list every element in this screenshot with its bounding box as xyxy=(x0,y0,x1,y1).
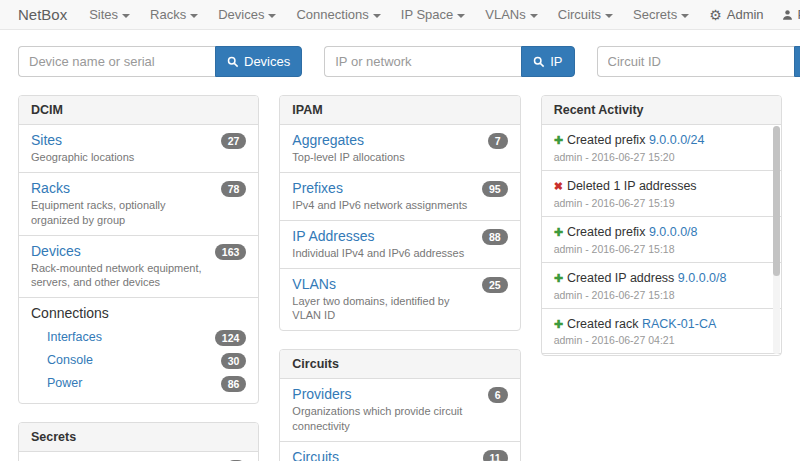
panel-title: IPAM xyxy=(280,96,519,125)
count-badge: 78 xyxy=(221,181,247,197)
plus-icon: ✚ xyxy=(554,226,563,238)
search-row: Devices IP Circuits xyxy=(0,30,800,89)
count-badge: 7 xyxy=(488,133,508,149)
count-badge: 88 xyxy=(482,229,508,245)
panel-title: Secrets xyxy=(19,423,258,452)
device-search-button[interactable]: Devices xyxy=(215,46,302,77)
activity-meta: admin - 2016-06-27 15:18 xyxy=(554,243,761,255)
search-icon xyxy=(533,56,545,68)
nav-racks[interactable]: Racks xyxy=(150,7,198,22)
chevron-down-icon xyxy=(373,14,381,18)
circuit-search-group: Circuits xyxy=(597,46,800,77)
ip-search-button[interactable]: IP xyxy=(521,46,574,77)
activity-item: ✚Created prefix 9.0.0.0/24 admin - 2016-… xyxy=(542,125,781,170)
console-link[interactable]: Console xyxy=(47,353,93,367)
dcim-panel: DCIM 27 Sites Geographic locations 78 Ra… xyxy=(18,95,259,404)
gear-icon: ⚙ xyxy=(709,8,722,22)
count-badge: 124 xyxy=(215,330,247,346)
activity-object-link[interactable]: RACK-01-CA xyxy=(642,317,716,331)
racks-link[interactable]: Racks xyxy=(31,180,70,196)
interfaces-link[interactable]: Interfaces xyxy=(47,330,102,344)
nav-racks-label: Racks xyxy=(150,7,186,22)
item-description: Rack-mounted network equipment, servers,… xyxy=(31,261,246,291)
providers-link[interactable]: Providers xyxy=(292,386,351,402)
vlans-link[interactable]: VLANs xyxy=(292,276,336,292)
activity-item: ✚Created prefix 9.0.0.0/8 admin - 2016-0… xyxy=(542,216,781,262)
activity-item: ✚Created rack group Hawaii - CAGE-DH1-01… xyxy=(542,353,781,355)
count-badge: 25 xyxy=(482,277,508,293)
activity-action: Deleted 1 IP addresses xyxy=(567,179,697,193)
list-item: 11 Circuits Communication links for Inte… xyxy=(280,441,519,461)
panel-title: DCIM xyxy=(19,96,258,125)
admin-link[interactable]: ⚙Admin xyxy=(709,7,763,22)
item-description: Top-level IP allocations xyxy=(292,150,507,165)
devices-link[interactable]: Devices xyxy=(31,243,81,259)
nav-sites[interactable]: Sites xyxy=(89,7,130,22)
nav-devices[interactable]: Devices xyxy=(218,7,276,22)
item-description: Individual IPv4 and IPv6 addresses xyxy=(292,246,507,261)
list-item: 25 VLANs Layer two domains, identified b… xyxy=(280,268,519,331)
secrets-panel: Secrets 0 Secrets Sensitive data (such a… xyxy=(18,422,259,461)
chevron-down-icon xyxy=(268,14,276,18)
list-item: 6 Providers Organizations which provide … xyxy=(280,379,519,441)
device-search-input[interactable] xyxy=(18,46,215,77)
x-icon: ✖ xyxy=(554,180,563,192)
ip-search-button-label: IP xyxy=(550,54,562,69)
column-ipam: IPAM 7 Aggregates Top-level IP allocatio… xyxy=(279,95,520,461)
item-description: Geographic locations xyxy=(31,150,246,165)
activity-list: ✚Created prefix 9.0.0.0/24 admin - 2016-… xyxy=(542,125,781,355)
count-badge: 30 xyxy=(221,353,247,369)
netbox-brand[interactable]: NetBox xyxy=(18,6,67,23)
nav-sites-label: Sites xyxy=(89,7,118,22)
activity-action: Created prefix xyxy=(567,225,646,239)
nav-vlans[interactable]: VLANs xyxy=(485,7,537,22)
activity-item: ✚Created IP address 9.0.0.0/8 admin - 20… xyxy=(542,262,781,308)
sites-link[interactable]: Sites xyxy=(31,132,62,148)
circuits-panel: Circuits 6 Providers Organizations which… xyxy=(279,349,520,461)
connections-title: Connections xyxy=(31,305,246,321)
ip-search-input[interactable] xyxy=(324,46,521,77)
nav-circuits-label: Circuits xyxy=(558,7,601,22)
nav-ip-space[interactable]: IP Space xyxy=(401,7,466,22)
nav-circuits[interactable]: Circuits xyxy=(558,7,613,22)
activity-item: ✖Deleted 1 IP addresses admin - 2016-06-… xyxy=(542,170,781,216)
activity-object-link[interactable]: 9.0.0.0/8 xyxy=(649,225,698,239)
device-search-button-label: Devices xyxy=(244,54,290,69)
list-item: 0 Secrets Sensitive data (such as passwo… xyxy=(19,452,258,461)
item-description: IPv4 and IPv6 network assignments xyxy=(292,198,507,213)
nav-connections[interactable]: Connections xyxy=(296,7,380,22)
chevron-down-icon xyxy=(122,14,130,18)
chevron-down-icon xyxy=(681,14,689,18)
nav-secrets-label: Secrets xyxy=(633,7,677,22)
chevron-down-icon xyxy=(605,14,613,18)
prefixes-link[interactable]: Prefixes xyxy=(292,180,343,196)
circuit-search-button[interactable]: Circuits xyxy=(794,46,800,77)
recent-activity-panel: Recent Activity ✚Created prefix 9.0.0.0/… xyxy=(541,95,782,356)
power-link[interactable]: Power xyxy=(47,376,82,390)
count-badge: 95 xyxy=(482,181,508,197)
ip-addresses-link[interactable]: IP Addresses xyxy=(292,228,374,244)
scrollbar-thumb[interactable] xyxy=(773,126,780,276)
item-description: Layer two domains, identified by VLAN ID xyxy=(292,294,507,324)
count-badge: 86 xyxy=(221,376,247,392)
activity-action: Created IP address xyxy=(567,271,674,285)
column-dcim: DCIM 27 Sites Geographic locations 78 Ra… xyxy=(18,95,259,461)
circuits-link[interactable]: Circuits xyxy=(292,449,339,461)
top-navbar: NetBox Sites Racks Devices Connections I… xyxy=(0,0,800,30)
activity-object-link[interactable]: 9.0.0.0/8 xyxy=(678,271,727,285)
circuit-search-input[interactable] xyxy=(597,46,794,77)
count-badge: 163 xyxy=(215,244,247,260)
nav-secrets[interactable]: Secrets xyxy=(633,7,689,22)
item-description: Organizations which provide circuit conn… xyxy=(292,404,507,434)
aggregates-link[interactable]: Aggregates xyxy=(292,132,364,148)
nav-vlans-label: VLANs xyxy=(485,7,525,22)
activity-meta: admin - 2016-06-27 15:20 xyxy=(554,151,761,163)
activity-item: ✚Created rack RACK-01-CA admin - 2016-06… xyxy=(542,308,781,354)
chevron-down-icon xyxy=(457,14,465,18)
profile-link[interactable]: Profile xyxy=(782,7,800,22)
chevron-down-icon xyxy=(190,14,198,18)
chevron-down-icon xyxy=(530,14,538,18)
list-item: 95 Prefixes IPv4 and IPv6 network assign… xyxy=(280,172,519,220)
activity-object-link[interactable]: 9.0.0.0/24 xyxy=(649,133,705,147)
list-item: 88 IP Addresses Individual IPv4 and IPv6… xyxy=(280,220,519,268)
